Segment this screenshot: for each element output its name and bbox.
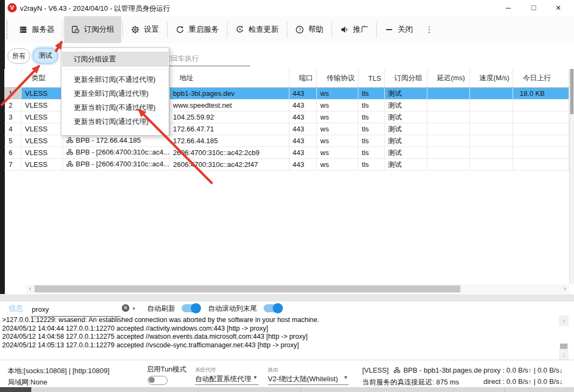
table-cell xyxy=(469,135,513,147)
log-panel: 信息 ✕ ▾ 自动刷新 自动滚动到末尾 >127.0.0.1:12229: ws… xyxy=(0,302,574,360)
auto-scroll-toggle[interactable] xyxy=(264,304,282,312)
toolbar-button-help[interactable]: ? 帮助 xyxy=(288,16,330,43)
column-header[interactable]: 订阅分组 xyxy=(384,69,427,88)
server-row[interactable]: 5VLESSBPB - 172.66.44.185172.66.44.18544… xyxy=(4,135,569,147)
toolbar-separator xyxy=(376,22,377,38)
toolbar-grip[interactable] xyxy=(6,20,10,39)
chevron-down-icon[interactable]: ▼ xyxy=(253,375,258,380)
table-cell: VLESS xyxy=(22,159,63,171)
table-cell: www.speedtest.net xyxy=(170,100,289,111)
table-cell xyxy=(469,123,513,135)
chevron-down-icon[interactable]: ▾ xyxy=(133,306,135,311)
table-vertical-scrollbar[interactable] xyxy=(570,69,574,284)
toolbar-button-promotion[interactable]: 推广 xyxy=(333,16,375,43)
scroll-left-arrow-icon[interactable]: ‹ xyxy=(26,284,34,293)
tab-all-groups[interactable]: 所有 xyxy=(8,48,30,64)
column-header[interactable]: TLS xyxy=(358,69,384,88)
divider xyxy=(504,387,505,392)
column-header[interactable]: 类型 xyxy=(22,69,63,88)
table-cell: VLESS xyxy=(22,100,63,111)
scrollbar-thumb[interactable] xyxy=(570,69,573,114)
log-line: 2024/05/12 14:04:44 127.0.0.1:12270 acce… xyxy=(2,325,552,333)
table-cell: BPB - [2606:4700:310c::ac4... xyxy=(63,159,169,171)
toolbar-overflow-button[interactable]: ⋮ xyxy=(420,16,439,43)
toolbar-separator xyxy=(167,22,168,38)
table-cell: 104.25.59.92 xyxy=(170,111,289,123)
menu-item[interactable]: 更新全部订阅(通过代理) xyxy=(62,87,168,101)
log-vertical-scrollbar[interactable]: ↑ ↓ xyxy=(559,316,570,360)
column-header[interactable]: 延迟(ms) xyxy=(427,69,469,88)
system-proxy-select[interactable]: 自动配置系统代理 xyxy=(195,374,251,384)
close-button[interactable]: × xyxy=(548,0,569,16)
table-cell: 172.66.47.71 xyxy=(170,123,289,135)
table-cell: VLESS xyxy=(22,147,63,159)
tun-mode-toggle[interactable] xyxy=(148,376,168,385)
tab-test-group[interactable]: 测试 xyxy=(33,48,58,64)
scroll-up-arrow-icon[interactable]: ↑ xyxy=(559,316,569,326)
toolbar-button-label: 重启服务 xyxy=(189,25,219,34)
log-output: >127.0.0.1:12229: wsasend: An establishe… xyxy=(2,316,552,349)
routing-select[interactable]: V2-绕过大陆(Whitelist) xyxy=(268,374,338,384)
column-header[interactable] xyxy=(4,69,22,88)
table-cell: BPB - [2606:4700:310c::ac4... xyxy=(63,147,169,159)
table-cell: VLESS xyxy=(22,123,63,135)
column-header[interactable]: 地址 xyxy=(170,69,289,88)
maximize-button[interactable]: □ xyxy=(523,0,544,16)
divider xyxy=(300,387,301,392)
table-cell: bpb1-3bl.pages.dev xyxy=(170,88,289,100)
table-cell: tls xyxy=(358,159,384,171)
menu-item[interactable]: 更新全部订阅(不通过代理) xyxy=(62,73,168,87)
title-bar: V v2rayN - V6.43 - 2024/04/10 - 以管理员身份运行… xyxy=(5,0,574,17)
table-cell: tls xyxy=(358,111,384,123)
local-listen-label: 本地:[socks:10808] | [http:10809] xyxy=(8,366,109,376)
table-cell xyxy=(427,159,469,171)
server-row[interactable]: 6VLESSBPB - [2606:4700:310c::ac4...2606:… xyxy=(4,147,569,159)
table-cell xyxy=(427,123,469,135)
table-horizontal-scrollbar[interactable]: ‹ › xyxy=(26,284,569,293)
column-header[interactable]: 端口 xyxy=(289,69,317,88)
toolbar-separator xyxy=(63,22,63,38)
toolbar-button-restart-service[interactable]: 重启服务 xyxy=(169,16,226,43)
proxy-speed-label: proxy : 0.0 B/s↑ | 0.0 B/s↓ xyxy=(483,366,563,374)
toolbar-button-subscription-group[interactable]: 订阅分组 xyxy=(64,16,121,43)
table-cell: 1 xyxy=(4,88,22,100)
auto-refresh-toggle[interactable] xyxy=(182,304,200,312)
minimize-button[interactable]: ─ xyxy=(497,0,519,16)
table-cell xyxy=(427,111,469,123)
table-cell: 测试 xyxy=(384,111,427,123)
toolbar-button-settings[interactable]: 设置 xyxy=(124,16,166,43)
menu-item[interactable]: 更新当前订阅(不通过代理) xyxy=(62,101,168,115)
scroll-right-arrow-icon[interactable]: › xyxy=(561,284,569,293)
table-cell: ws xyxy=(317,123,358,135)
table-cell: 测试 xyxy=(384,135,427,147)
auto-scroll-label: 自动滚动到末尾 xyxy=(208,304,257,313)
table-cell: 5 xyxy=(4,135,22,147)
subscription-icon xyxy=(66,137,73,145)
subscription-icon xyxy=(66,149,73,157)
table-cell: BPB - 172.66.44.185 xyxy=(63,135,169,147)
menu-item-subscription-settings[interactable]: 订阅分组设置 xyxy=(62,52,168,67)
table-cell: VLESS xyxy=(22,88,63,100)
server-row[interactable]: 7VLESSBPB - [2606:4700:310c::ac4...2606:… xyxy=(4,159,569,171)
column-header[interactable]: 速度(M/s) xyxy=(469,69,513,88)
column-header[interactable]: 今日上行 xyxy=(513,69,569,88)
table-cell: 443 xyxy=(289,123,317,135)
table-cell: ws xyxy=(317,88,358,100)
table-cell: ws xyxy=(317,111,358,123)
clear-filter-icon[interactable]: ✕ xyxy=(122,304,129,312)
toolbar-button-check-update[interactable]: 检查更新 xyxy=(229,16,286,43)
toolbar-button-close-app[interactable]: 关闭 xyxy=(378,16,420,43)
svg-text:?: ? xyxy=(298,27,301,32)
column-header[interactable]: 传输协议 xyxy=(317,69,358,88)
toolbar-button-servers[interactable]: 服务器 xyxy=(12,16,61,43)
scrollbar-thumb[interactable] xyxy=(34,285,460,292)
toolbar-separator xyxy=(331,22,332,38)
table-cell: 443 xyxy=(289,147,317,159)
log-filter-input[interactable] xyxy=(31,302,121,317)
toggle-knob xyxy=(273,303,283,313)
table-cell xyxy=(469,147,513,159)
menu-item[interactable]: 更新当前订阅(通过代理) xyxy=(62,115,168,129)
chevron-down-icon[interactable]: ▼ xyxy=(343,375,348,380)
scroll-down-arrow-icon[interactable]: ↓ xyxy=(559,349,569,360)
table-cell: 测试 xyxy=(384,159,427,171)
